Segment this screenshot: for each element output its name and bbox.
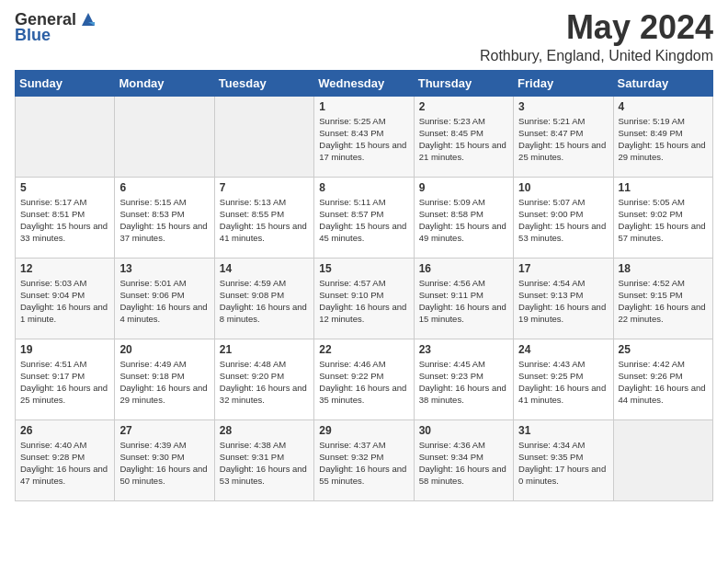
day-number: 2 <box>419 100 508 113</box>
calendar-cell: 6Sunrise: 5:15 AM Sunset: 8:53 PM Daylig… <box>115 177 214 258</box>
calendar-subtitle: Rothbury, England, United Kingdom <box>480 48 713 64</box>
day-info: Sunrise: 5:19 AM Sunset: 8:49 PM Dayligh… <box>619 115 708 164</box>
calendar-week-row: 26Sunrise: 4:40 AM Sunset: 9:28 PM Dayli… <box>16 419 713 500</box>
day-info: Sunrise: 4:42 AM Sunset: 9:26 PM Dayligh… <box>619 358 708 407</box>
calendar-cell <box>16 96 115 177</box>
calendar-title: May 2024 <box>480 9 713 46</box>
col-thursday: Thursday <box>414 70 513 96</box>
calendar-cell: 31Sunrise: 4:34 AM Sunset: 9:35 PM Dayli… <box>514 419 613 500</box>
calendar-cell <box>214 96 313 177</box>
calendar-cell: 5Sunrise: 5:17 AM Sunset: 8:51 PM Daylig… <box>16 177 115 258</box>
day-number: 6 <box>119 181 209 194</box>
calendar-cell <box>613 419 712 500</box>
day-info: Sunrise: 5:21 AM Sunset: 8:47 PM Dayligh… <box>518 115 608 164</box>
day-info: Sunrise: 5:25 AM Sunset: 8:43 PM Dayligh… <box>319 115 408 164</box>
day-number: 8 <box>319 181 408 194</box>
day-number: 26 <box>20 424 109 437</box>
calendar-cell <box>115 96 214 177</box>
calendar-cell: 28Sunrise: 4:38 AM Sunset: 9:31 PM Dayli… <box>214 419 313 500</box>
day-info: Sunrise: 4:39 AM Sunset: 9:30 PM Dayligh… <box>119 439 209 488</box>
day-number: 11 <box>619 181 708 194</box>
calendar-cell: 2Sunrise: 5:23 AM Sunset: 8:45 PM Daylig… <box>414 96 513 177</box>
calendar-week-row: 12Sunrise: 5:03 AM Sunset: 9:04 PM Dayli… <box>16 258 713 339</box>
day-info: Sunrise: 5:13 AM Sunset: 8:55 PM Dayligh… <box>220 196 309 245</box>
day-info: Sunrise: 4:46 AM Sunset: 9:22 PM Dayligh… <box>319 358 408 407</box>
day-number: 29 <box>319 424 408 437</box>
day-number: 30 <box>419 424 508 437</box>
calendar-cell: 24Sunrise: 4:43 AM Sunset: 9:25 PM Dayli… <box>514 339 613 419</box>
day-info: Sunrise: 5:01 AM Sunset: 9:06 PM Dayligh… <box>119 277 209 326</box>
day-number: 4 <box>619 100 708 113</box>
calendar-cell: 11Sunrise: 5:05 AM Sunset: 9:02 PM Dayli… <box>613 177 712 258</box>
day-info: Sunrise: 5:03 AM Sunset: 9:04 PM Dayligh… <box>20 277 109 326</box>
day-info: Sunrise: 4:36 AM Sunset: 9:34 PM Dayligh… <box>419 439 508 488</box>
calendar-week-row: 5Sunrise: 5:17 AM Sunset: 8:51 PM Daylig… <box>16 177 713 258</box>
calendar-cell: 13Sunrise: 5:01 AM Sunset: 9:06 PM Dayli… <box>115 258 214 339</box>
day-number: 17 <box>518 262 608 275</box>
col-friday: Friday <box>514 70 613 96</box>
calendar-cell: 21Sunrise: 4:48 AM Sunset: 9:20 PM Dayli… <box>214 339 313 419</box>
logo-icon <box>78 9 98 29</box>
day-info: Sunrise: 5:09 AM Sunset: 8:58 PM Dayligh… <box>419 196 508 245</box>
col-tuesday: Tuesday <box>214 70 313 96</box>
day-number: 15 <box>319 262 408 275</box>
calendar-cell: 4Sunrise: 5:19 AM Sunset: 8:49 PM Daylig… <box>613 96 712 177</box>
day-info: Sunrise: 4:45 AM Sunset: 9:23 PM Dayligh… <box>419 358 508 407</box>
col-sunday: Sunday <box>16 70 115 96</box>
calendar-cell: 3Sunrise: 5:21 AM Sunset: 8:47 PM Daylig… <box>514 96 613 177</box>
day-number: 10 <box>518 181 608 194</box>
calendar-cell: 30Sunrise: 4:36 AM Sunset: 9:34 PM Dayli… <box>414 419 513 500</box>
calendar-cell: 22Sunrise: 4:46 AM Sunset: 9:22 PM Dayli… <box>314 339 414 419</box>
calendar-cell: 7Sunrise: 5:13 AM Sunset: 8:55 PM Daylig… <box>214 177 313 258</box>
calendar-week-row: 19Sunrise: 4:51 AM Sunset: 9:17 PM Dayli… <box>16 339 713 419</box>
day-info: Sunrise: 5:07 AM Sunset: 9:00 PM Dayligh… <box>518 196 608 245</box>
day-info: Sunrise: 4:43 AM Sunset: 9:25 PM Dayligh… <box>518 358 608 407</box>
logo: General Blue <box>15 9 98 45</box>
col-wednesday: Wednesday <box>314 70 414 96</box>
calendar-cell: 15Sunrise: 4:57 AM Sunset: 9:10 PM Dayli… <box>314 258 414 339</box>
calendar-cell: 19Sunrise: 4:51 AM Sunset: 9:17 PM Dayli… <box>16 339 115 419</box>
day-info: Sunrise: 4:34 AM Sunset: 9:35 PM Dayligh… <box>518 439 608 488</box>
day-info: Sunrise: 4:37 AM Sunset: 9:32 PM Dayligh… <box>319 439 408 488</box>
calendar-cell: 10Sunrise: 5:07 AM Sunset: 9:00 PM Dayli… <box>514 177 613 258</box>
day-number: 12 <box>20 262 109 275</box>
calendar-cell: 26Sunrise: 4:40 AM Sunset: 9:28 PM Dayli… <box>16 419 115 500</box>
calendar-cell: 14Sunrise: 4:59 AM Sunset: 9:08 PM Dayli… <box>214 258 313 339</box>
logo-blue-text: Blue <box>15 26 51 45</box>
day-info: Sunrise: 5:05 AM Sunset: 9:02 PM Dayligh… <box>619 196 708 245</box>
day-number: 3 <box>518 100 608 113</box>
day-info: Sunrise: 4:59 AM Sunset: 9:08 PM Dayligh… <box>220 277 309 326</box>
calendar-cell: 17Sunrise: 4:54 AM Sunset: 9:13 PM Dayli… <box>514 258 613 339</box>
header: General Blue May 2024 Rothbury, England,… <box>15 9 713 64</box>
calendar-cell: 29Sunrise: 4:37 AM Sunset: 9:32 PM Dayli… <box>314 419 414 500</box>
day-info: Sunrise: 4:38 AM Sunset: 9:31 PM Dayligh… <box>220 439 309 488</box>
page: General Blue May 2024 Rothbury, England,… <box>0 0 728 563</box>
day-info: Sunrise: 4:49 AM Sunset: 9:18 PM Dayligh… <box>119 358 209 407</box>
day-info: Sunrise: 4:56 AM Sunset: 9:11 PM Dayligh… <box>419 277 508 326</box>
col-monday: Monday <box>115 70 214 96</box>
day-info: Sunrise: 4:48 AM Sunset: 9:20 PM Dayligh… <box>220 358 309 407</box>
calendar-header-row: Sunday Monday Tuesday Wednesday Thursday… <box>16 70 713 96</box>
day-number: 31 <box>518 424 608 437</box>
calendar-week-row: 1Sunrise: 5:25 AM Sunset: 8:43 PM Daylig… <box>16 96 713 177</box>
day-number: 18 <box>619 262 708 275</box>
day-number: 16 <box>419 262 508 275</box>
day-info: Sunrise: 5:15 AM Sunset: 8:53 PM Dayligh… <box>119 196 209 245</box>
calendar-cell: 20Sunrise: 4:49 AM Sunset: 9:18 PM Dayli… <box>115 339 214 419</box>
day-number: 27 <box>119 424 209 437</box>
title-block: May 2024 Rothbury, England, United Kingd… <box>480 9 713 64</box>
calendar-cell: 9Sunrise: 5:09 AM Sunset: 8:58 PM Daylig… <box>414 177 513 258</box>
day-info: Sunrise: 4:40 AM Sunset: 9:28 PM Dayligh… <box>20 439 109 488</box>
calendar-table: Sunday Monday Tuesday Wednesday Thursday… <box>15 70 713 501</box>
day-number: 24 <box>518 343 608 356</box>
col-saturday: Saturday <box>613 70 712 96</box>
day-number: 14 <box>220 262 309 275</box>
day-number: 9 <box>419 181 508 194</box>
day-info: Sunrise: 4:51 AM Sunset: 9:17 PM Dayligh… <box>20 358 109 407</box>
day-number: 7 <box>220 181 309 194</box>
day-number: 1 <box>319 100 408 113</box>
calendar-cell: 25Sunrise: 4:42 AM Sunset: 9:26 PM Dayli… <box>613 339 712 419</box>
day-number: 23 <box>419 343 508 356</box>
calendar-cell: 12Sunrise: 5:03 AM Sunset: 9:04 PM Dayli… <box>16 258 115 339</box>
day-info: Sunrise: 4:52 AM Sunset: 9:15 PM Dayligh… <box>619 277 708 326</box>
